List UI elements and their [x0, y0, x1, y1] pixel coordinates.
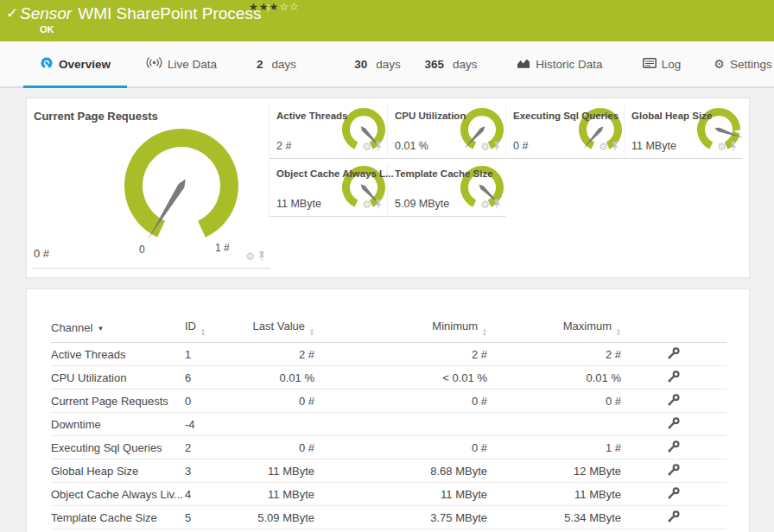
gear-icon[interactable]: ⚙	[717, 142, 726, 152]
edit-channel-wrench-icon[interactable]	[667, 370, 681, 386]
cell-id: 3	[185, 459, 237, 483]
sort-icon: ▲▼	[309, 328, 314, 337]
pin-icon[interactable]	[611, 139, 619, 155]
broadcast-icon	[146, 57, 162, 71]
cell-id: 1	[185, 343, 237, 366]
log-icon	[643, 58, 657, 71]
gear-icon[interactable]: ⚙	[245, 251, 255, 262]
cell-minimum: 11 MByte	[314, 483, 487, 506]
table-row: Downtime-4	[51, 413, 726, 436]
column-header-minimum[interactable]: Minimum▲▼	[314, 314, 487, 343]
tab-log[interactable]: Log	[635, 41, 688, 86]
mini-gauge-title: CPU Utilization	[395, 111, 466, 121]
cell-minimum: 8.68 MByte	[314, 459, 487, 483]
tab-30-days[interactable]: 30days	[344, 41, 411, 86]
main-gauge-scale-max: 1 #	[215, 242, 230, 254]
mini-gauge-value: 2 #	[276, 140, 291, 152]
table-row: Global Heap Size311 MByte8.68 MByte12 MB…	[51, 459, 726, 483]
table-row: Object Cache Always Liv...411 MByte11 MB…	[51, 483, 726, 506]
sort-icon: ▲▼	[616, 328, 621, 337]
star-empty-icon[interactable]: ☆	[289, 1, 300, 13]
cell-last-value: 5.09 MByte	[237, 506, 314, 529]
mini-gauge-card: Executing Sql Queries0 # ⚙	[505, 105, 624, 159]
star-filled-icon[interactable]: ★	[270, 1, 280, 13]
tab-settings[interactable]: ⚙Settings	[712, 41, 774, 86]
gear-icon[interactable]: ⚙	[480, 142, 490, 152]
edit-channel-wrench-icon[interactable]	[667, 510, 681, 526]
star-filled-icon[interactable]: ★	[249, 1, 259, 13]
main-gauge-actions: ⚙	[245, 249, 266, 264]
mini-gauge-title: Active Threads	[276, 111, 347, 121]
mini-gauge-card: Object Cache Always L...11 MByte ⚙	[269, 163, 387, 217]
edit-channel-wrench-icon[interactable]	[667, 463, 681, 479]
gauges-panel: Current Page Requests 0 1 # 0 # ⚙ Active…	[26, 98, 750, 278]
mini-gauge-value: 11 MByte	[631, 140, 676, 152]
cell-id: 5	[185, 506, 237, 529]
edit-channel-wrench-icon[interactable]	[667, 440, 681, 456]
mini-gauge-actions: ⚙	[362, 197, 383, 212]
cell-id: 0	[185, 390, 237, 413]
table-row: Executing Sql Queries20 #0 #1 #	[51, 436, 726, 459]
cell-last-value: 0 #	[237, 436, 314, 459]
tab-historic-data[interactable]: Historic Data	[506, 41, 613, 86]
pin-icon[interactable]	[492, 139, 501, 155]
page-title: WMI SharePoint Process	[78, 4, 261, 22]
cell-channel: Downtime	[51, 413, 185, 436]
column-header-channel[interactable]: Channel▼	[51, 314, 185, 343]
cell-channel: Active Threads	[51, 343, 185, 366]
mini-gauge-card: Active Threads2 # ⚙	[269, 105, 387, 159]
cell-id: 2	[185, 436, 237, 459]
mini-gauge-actions: ⚙	[362, 139, 383, 155]
sort-desc-icon: ▼	[97, 325, 104, 332]
tab-live-data[interactable]: Live Data	[138, 41, 225, 86]
pin-icon[interactable]	[492, 197, 501, 212]
mini-gauge-actions: ⚙	[717, 139, 738, 155]
mini-gauge-card: CPU Utilization0.01 % ⚙	[387, 105, 505, 159]
pin-icon[interactable]	[374, 139, 383, 155]
star-empty-icon[interactable]: ☆	[279, 1, 289, 13]
gear-icon[interactable]: ⚙	[599, 142, 608, 152]
cell-last-value: 11 MByte	[237, 459, 314, 483]
column-header-actions	[621, 314, 726, 343]
edit-channel-wrench-icon[interactable]	[667, 416, 681, 433]
column-header-id[interactable]: ID▲▼	[185, 314, 237, 343]
gear-icon[interactable]: ⚙	[362, 142, 371, 152]
active-tab-underline	[23, 86, 127, 88]
mini-gauge-card: Template Cache Size5.09 MByte ⚙	[387, 163, 505, 217]
cell-maximum: 5.34 MByte	[487, 506, 621, 529]
sort-icon: ▲▼	[482, 328, 487, 337]
edit-channel-wrench-icon[interactable]	[667, 486, 681, 503]
sensor-kind-label: Sensor	[20, 4, 72, 22]
mini-gauge-actions: ⚙	[480, 197, 501, 212]
channel-table-panel: Channel▼ID▲▼Last Value▲▼Minimum▲▼Maximum…	[26, 288, 750, 532]
cell-id: 6	[185, 366, 237, 390]
cell-maximum: 12 MByte	[487, 459, 621, 483]
tab-overview[interactable]: Overview	[23, 41, 127, 86]
column-header-maximum[interactable]: Maximum▲▼	[487, 314, 621, 343]
sensor-title-line: SensorWMI SharePoint Process⚐	[20, 3, 275, 23]
edit-channel-wrench-icon[interactable]	[667, 346, 681, 363]
cell-last-value: 2 #	[237, 343, 314, 366]
cell-channel: Template Cache Size	[51, 506, 185, 529]
column-header-last-value[interactable]: Last Value▲▼	[237, 314, 314, 343]
main-gauge-title: Current Page Requests	[34, 110, 158, 123]
pin-icon[interactable]	[729, 139, 738, 155]
priority-star-rating[interactable]: ★★★☆☆	[249, 1, 300, 13]
star-filled-icon[interactable]: ★	[259, 1, 270, 13]
cell-minimum	[314, 413, 487, 436]
main-gauge-scale-min: 0	[139, 244, 145, 256]
gear-icon[interactable]: ⚙	[362, 200, 371, 210]
gear-icon[interactable]: ⚙	[480, 200, 490, 210]
cell-id: -4	[185, 413, 237, 436]
pin-icon[interactable]	[257, 249, 266, 264]
cell-channel: Current Page Requests	[51, 390, 185, 413]
cell-id: 4	[185, 483, 237, 506]
tab-bar: OverviewLive Data2days30days365daysHisto…	[0, 41, 774, 88]
cell-minimum: 0 #	[314, 436, 487, 459]
cell-minimum: < 0.01 %	[314, 366, 487, 390]
edit-channel-wrench-icon[interactable]	[667, 393, 681, 409]
tab-2-days[interactable]: 2days	[246, 41, 307, 86]
tab-365-days[interactable]: 365days	[416, 41, 486, 86]
pin-icon[interactable]	[374, 197, 383, 212]
table-row: Current Page Requests00 #0 #0 #	[51, 390, 726, 413]
